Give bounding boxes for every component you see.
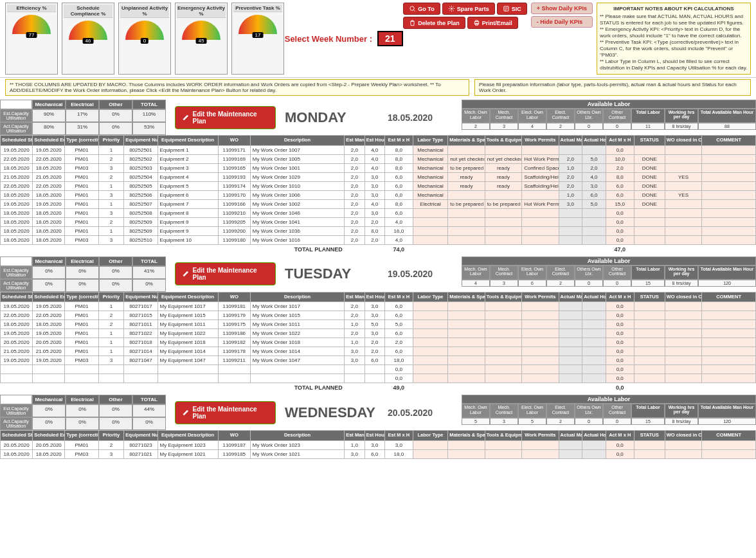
table-row: 19.05.202019.05.2020PM01180271022 My Equ… — [1, 329, 756, 338]
day-name: TUESDAY — [285, 256, 388, 292]
table-row: 18.05.202018.05.2020PM01380252506 Equipm… — [1, 190, 756, 199]
week-label: Select Week Number : — [285, 34, 372, 44]
gauge: Schedule Compliance % 46 — [62, 3, 114, 75]
kpi-notes: IMPORTANT NOTES ABOUT KPI CALCULATIONS *… — [597, 3, 751, 75]
table-row: 20.05.202020.05.2020PM01180271018 My Equ… — [1, 338, 756, 347]
table-row: 19.05.202019.05.2020PM01180271017 My Equ… — [1, 302, 756, 311]
table-row: 19.05.202019.05.2020PM03380271047 My Equ… — [1, 356, 756, 365]
day-name: WEDNESDAY — [285, 395, 388, 430]
legend-left: ** THOSE COLUMNS ARE UPDATED BY MACRO. T… — [5, 79, 469, 96]
table-row: 19.05.202019.05.2020PM01180252507 Equipm… — [1, 199, 756, 208]
gauge: Emergency Activity % 45 — [175, 3, 228, 75]
week-number[interactable]: 21 — [377, 31, 403, 46]
table-row: 18.05.202018.05.2020PM03380252510 Equipm… — [1, 235, 756, 244]
table-row: 18.05.202018.05.2020PM01380252508 Equipm… — [1, 208, 756, 217]
table-row: 22.05.202022.05.2020PM01280252502 Equipm… — [1, 154, 756, 163]
table-row: 22.05.202022.05.2020PM01180252505 Equipm… — [1, 181, 756, 190]
goto-button[interactable]: Go To — [403, 3, 440, 15]
day-name: MONDAY — [285, 100, 388, 135]
table-row: 18.05.202018.05.2020PM01280252509 Equipm… — [1, 217, 756, 226]
show-kpis-button[interactable]: + Show Daily KPIs — [531, 3, 593, 14]
table-row: 19.05.202019.05.2020PM01180252501 Equipm… — [1, 145, 756, 154]
work-order-table: Scheduled Start DateScheduled End DateTy… — [0, 135, 756, 254]
print-email-button[interactable]: Print/Email — [467, 17, 518, 29]
svg-rect-4 — [476, 21, 478, 22]
edit-plan-button[interactable]: Edit the Maintenance Plan — [175, 106, 276, 129]
edit-plan-button[interactable]: Edit the Maintenance Plan — [175, 262, 276, 285]
table-row: 18.05.202018.05.2020PM03380271021 My Equ… — [1, 449, 756, 458]
svg-point-1 — [451, 8, 453, 10]
table-row: 0,0 0,0 — [1, 374, 756, 383]
table-row: 20.05.202020.05.2020PM01280271023 My Equ… — [1, 440, 756, 449]
day-date: 18.05.2020 — [388, 100, 462, 135]
work-order-table: Scheduled Start DateScheduled End DateTy… — [0, 430, 756, 459]
table-row: 18.05.202018.05.2020PM01180252509 Equipm… — [1, 226, 756, 235]
svg-point-0 — [410, 6, 414, 10]
table-row: 18.05.202018.05.2020PM01280271011 My Equ… — [1, 320, 756, 329]
table-row: 21.05.202021.05.2020PM01280252504 Equipm… — [1, 172, 756, 181]
day-date: 19.05.2020 — [388, 256, 462, 292]
spare-parts-button[interactable]: Spare Parts — [442, 3, 495, 15]
sic-button[interactable]: SIC — [497, 3, 527, 15]
table-row: 18.05.202018.05.2020PM03380252503 Equipm… — [1, 163, 756, 172]
gauge: Preventive Task % 17 — [231, 3, 284, 75]
edit-plan-button[interactable]: Edit the Maintenance Plan — [175, 401, 276, 424]
gauge: Unplanned Activity % 0 — [118, 3, 171, 75]
svg-rect-5 — [476, 23, 478, 25]
legend-right: Please fill preparation information (lab… — [474, 79, 751, 96]
hide-kpis-button[interactable]: - Hide Daily KPIs — [531, 16, 593, 28]
gauge: Efficiency % 77 — [5, 3, 58, 75]
table-row: 0,0 0,0 — [1, 365, 756, 374]
work-order-table: Scheduled Start DateScheduled End DateTy… — [0, 292, 756, 393]
day-date: 20.05.2020 — [388, 395, 462, 430]
table-row: 21.05.202021.05.2020PM01180271014 My Equ… — [1, 347, 756, 356]
delete-plan-button[interactable]: Delete the Plan — [403, 17, 465, 29]
table-row: 22.05.202022.05.2020PM01280271015 My Equ… — [1, 311, 756, 320]
